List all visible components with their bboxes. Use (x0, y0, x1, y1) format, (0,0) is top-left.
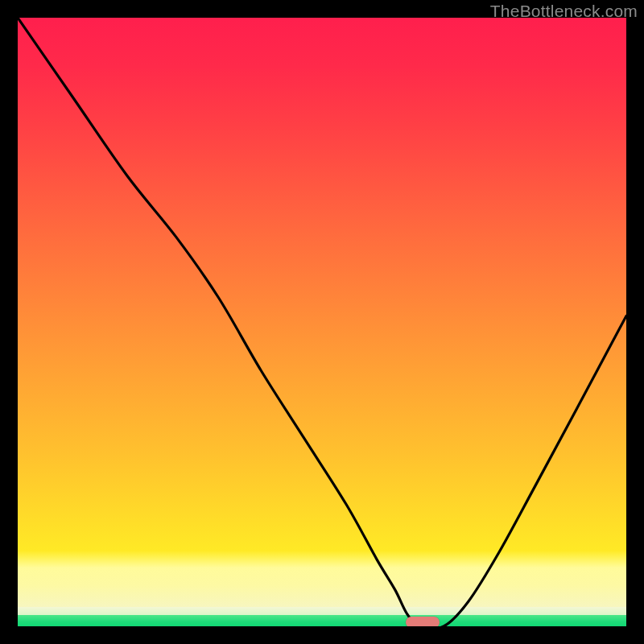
chart-frame: TheBottleneck.com (0, 0, 644, 644)
optimal-point-marker (406, 617, 440, 626)
bottleneck-curve-svg (18, 18, 626, 626)
watermark-text: TheBottleneck.com (490, 2, 638, 21)
plot-area (18, 18, 626, 626)
bottleneck-curve-path (18, 18, 626, 626)
